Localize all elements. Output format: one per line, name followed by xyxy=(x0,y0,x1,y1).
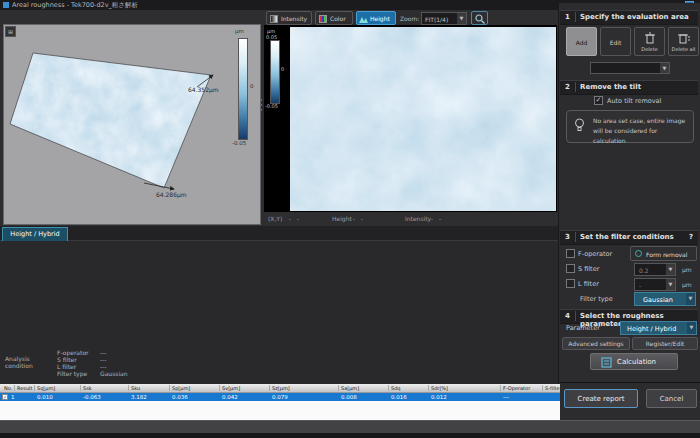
col-sq: Sq[μm] xyxy=(34,385,55,391)
viewer-3d[interactable]: ⊞ 6 xyxy=(3,24,261,225)
filter-type-label: Filter type xyxy=(580,295,613,303)
intensity-label: Intensity xyxy=(281,15,307,22)
section-evaluation-area: 1 Specify the evaluation area xyxy=(560,10,698,25)
result-row-selected[interactable]: ✓ 1 0.010 -0.063 3.182 0.036 0.042 0.079… xyxy=(0,393,560,401)
ac-key: F-operator xyxy=(57,349,89,356)
auto-tilt-label: Auto tilt removal xyxy=(607,97,661,105)
bottom-bar xyxy=(0,420,700,433)
chevron-down-icon: ▼ xyxy=(686,293,695,305)
section3-title: Set the filter conditions xyxy=(580,233,674,241)
intensity-value-2: - xyxy=(439,215,441,222)
colorbar3d-min: -0.05 xyxy=(232,140,246,146)
splitter-handle[interactable] xyxy=(260,109,262,111)
s-filter-select[interactable]: 0.2 ▼ xyxy=(634,263,676,276)
calculation-button[interactable]: Calculation xyxy=(590,353,678,370)
window-title: Areal roughness - Tek700-d2v_粗さ解析 xyxy=(12,1,138,10)
viewer-2d[interactable]: μm 0.05 0 -0.05 (X,Y) xyxy=(264,25,557,212)
cell-sa: 0.008 xyxy=(341,394,357,400)
axis-width-label: 64.352μm xyxy=(188,86,219,93)
f-operator-checkbox[interactable] xyxy=(566,249,575,258)
cell-sdq: 0.016 xyxy=(391,394,407,400)
l-filter-select[interactable]: - ▼ xyxy=(634,278,676,291)
magnifier-button[interactable] xyxy=(471,11,488,25)
create-report-button[interactable]: Create report xyxy=(564,389,638,408)
col-sp: Sp[μm] xyxy=(169,385,190,391)
bottom-edge xyxy=(0,433,700,438)
delete-all-label: Delete all xyxy=(669,46,698,52)
xy-value-1: - xyxy=(289,215,291,222)
height-map-canvas[interactable] xyxy=(290,27,556,211)
chevron-down-icon: ▼ xyxy=(666,279,675,290)
register-edit-button[interactable]: Register/Edit xyxy=(632,337,698,350)
cancel-button[interactable]: Cancel xyxy=(646,389,697,408)
cell-sdr: 0.012 xyxy=(431,394,447,400)
analysis-condition-label-2: condition xyxy=(5,362,33,369)
color-button[interactable]: Color xyxy=(315,11,353,25)
analysis-panel: Height image μm 0.04 0 -0.046 xyxy=(0,241,558,384)
advanced-settings-button[interactable]: Advanced settings xyxy=(562,337,630,350)
area-list-select[interactable]: ▼ xyxy=(590,62,670,74)
cell-f-operator: --- xyxy=(503,394,509,400)
filter-type-value: Gaussian xyxy=(643,296,673,304)
col-sz: Sz[μm] xyxy=(269,385,290,391)
colorbar-2d xyxy=(270,40,280,104)
colorbar2d-mid: 0 xyxy=(281,66,284,72)
splitter-handle[interactable] xyxy=(260,99,262,101)
row-checkbox[interactable]: ✓ xyxy=(2,394,8,400)
parameter-select[interactable]: Height / Hybrid ▼ xyxy=(620,321,697,335)
splitter-handle[interactable] xyxy=(260,104,262,106)
auto-tilt-checkbox[interactable]: ✓ xyxy=(594,96,603,105)
intensity-button[interactable]: Intensity xyxy=(266,11,312,25)
l-filter-unit: μm xyxy=(682,281,692,288)
delete-label: Delete xyxy=(635,46,664,52)
app-window: Areal roughness - Tek700-d2v_粗さ解析 ⊞ xyxy=(0,0,700,438)
analysis-condition-label-1: Analysis xyxy=(5,355,30,362)
form-removal-icon xyxy=(635,250,642,257)
section1-number: 1 xyxy=(565,13,570,21)
col-f-operator: F-Operator xyxy=(500,385,530,391)
row-no: 1 xyxy=(11,394,15,400)
delete-all-button[interactable]: Delete all xyxy=(668,27,699,56)
cell-sp: 0.036 xyxy=(172,394,188,400)
color-label: Color xyxy=(330,15,346,22)
l-filter-checkbox[interactable] xyxy=(566,279,575,288)
col-result: Result xyxy=(14,385,32,391)
form-removal-label: Form removal xyxy=(646,251,687,258)
height-button[interactable]: Height xyxy=(356,11,396,25)
tab-height-hybrid[interactable]: Height / Hybrid xyxy=(2,227,68,241)
section2-title: Remove the tilt xyxy=(580,83,641,91)
intensity-value-1: - xyxy=(431,215,433,222)
delete-button[interactable]: Delete xyxy=(634,27,665,56)
l-filter-label: L filter xyxy=(578,280,599,288)
ac-value: --- xyxy=(100,356,107,363)
help-icon[interactable]: ? xyxy=(689,233,693,241)
s-filter-checkbox[interactable] xyxy=(566,264,575,273)
color-icon xyxy=(319,15,327,23)
colorbar3d-mid: 0 xyxy=(250,83,254,89)
intensity-icon xyxy=(270,15,278,23)
chevron-down-icon: ▼ xyxy=(457,13,466,24)
cell-sv: 0.042 xyxy=(222,394,238,400)
edit-button[interactable]: Edit xyxy=(600,27,631,56)
height-value-2: - xyxy=(361,215,363,222)
surface-3d-canvas[interactable] xyxy=(4,25,260,224)
filter-type-select[interactable]: Gaussian ▼ xyxy=(634,292,696,306)
magnifier-icon xyxy=(475,14,485,24)
section-filter-conditions: 3 Set the filter conditions ? xyxy=(560,230,698,245)
calculation-label: Calculation xyxy=(617,358,656,366)
ac-value: --- xyxy=(100,363,107,370)
results-table: No. Result Sq[μm] Ssk Sku Sp[μm] Sv[μm] … xyxy=(0,384,560,420)
col-sku: Sku xyxy=(128,385,140,391)
chevron-down-icon: ▼ xyxy=(666,264,675,275)
calculator-icon xyxy=(601,357,612,368)
cell-ssk: -0.063 xyxy=(83,394,101,400)
height-icon xyxy=(359,15,368,23)
add-button[interactable]: Add xyxy=(566,27,597,56)
colorbar3d-unit: μm xyxy=(235,28,244,34)
zoom-select[interactable]: FIT(1/4) ▼ xyxy=(421,12,467,25)
section3-number: 3 xyxy=(565,233,570,241)
form-removal-button[interactable]: Form removal xyxy=(630,246,697,261)
col-sdr: Sdr[%] xyxy=(428,385,448,391)
results-table-header: No. Result Sq[μm] Ssk Sku Sp[μm] Sv[μm] … xyxy=(0,384,560,393)
analysis-tabstrip: Height / Hybrid xyxy=(0,226,558,241)
